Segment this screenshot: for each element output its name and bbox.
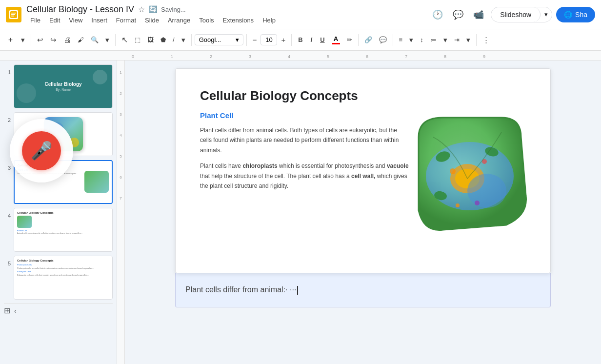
font-dropdown-icon: ▾ xyxy=(236,36,239,43)
toolbar-separator xyxy=(31,34,31,46)
slide-number-5: 5 xyxy=(4,261,11,266)
ruler-mark: 6 xyxy=(366,54,368,59)
app-wrapper: Cellular Biology - Lesson IV ☆ 🔄 Saving.… xyxy=(0,0,601,364)
list-dropdown-button[interactable]: ▾ xyxy=(441,34,450,46)
svg-rect-3 xyxy=(11,16,14,17)
toolbar-separator-7 xyxy=(393,34,393,46)
undo-button[interactable]: ↩ xyxy=(34,34,46,46)
line-dropdown-button[interactable]: ▾ xyxy=(179,34,188,46)
slide-thumb-1[interactable]: Cellular Biology By: Name xyxy=(14,64,113,108)
indent-button[interactable]: ⇥ xyxy=(451,34,462,45)
menu-extensions[interactable]: Extensions xyxy=(219,16,258,25)
add-button[interactable]: ＋ xyxy=(4,33,17,46)
toolbar-separator-8 xyxy=(476,34,477,46)
slide-row-4: 4 Cellular Biology Concepts Animal Cell … xyxy=(4,208,113,252)
line-spacing-button[interactable]: ↕ xyxy=(417,34,426,45)
collapse-panel-button[interactable]: ‹ xyxy=(14,307,17,315)
camera-button[interactable]: 📹 xyxy=(470,6,487,23)
comment-button[interactable]: 💬 xyxy=(450,6,466,23)
slide-number-2: 2 xyxy=(4,117,11,123)
app-icon xyxy=(6,7,21,22)
menu-tools[interactable]: Tools xyxy=(195,16,218,25)
cell-svg xyxy=(404,108,536,240)
link-button[interactable]: 🔗 xyxy=(361,34,375,45)
slideshow-button[interactable]: Slideshow xyxy=(491,7,541,22)
doc-title-area: Cellular Biology - Lesson IV ☆ 🔄 Saving.… xyxy=(26,4,280,25)
font-size-decrease-button[interactable]: − xyxy=(250,34,260,46)
text-color-button[interactable]: A xyxy=(329,33,343,46)
font-name: Googl... xyxy=(199,36,221,43)
slideshow-dropdown-button[interactable]: ▾ xyxy=(541,7,552,22)
microphone-button[interactable]: 🎤 xyxy=(22,131,61,170)
align-dropdown-button[interactable]: ▾ xyxy=(406,34,416,46)
ruler-mark: 0 xyxy=(132,54,134,59)
italic-button[interactable]: I xyxy=(307,34,316,45)
ruler-inner: 0 1 2 3 4 5 6 7 8 9 xyxy=(127,51,601,60)
grid-view-button[interactable]: ⊞ xyxy=(4,306,10,315)
menu-view[interactable]: View xyxy=(65,16,86,25)
menu-file[interactable]: File xyxy=(26,16,44,25)
align-button[interactable]: ≡ xyxy=(396,34,406,45)
shape-button[interactable]: ⬟ xyxy=(158,34,169,45)
share-button[interactable]: 🌐 Sha xyxy=(556,7,595,22)
slide-thumb-5[interactable]: Cellular Biology Concepts Prokaryotic Ce… xyxy=(14,256,113,300)
list-button[interactable]: ≔ xyxy=(427,34,440,45)
ruler-mark: 4 xyxy=(288,54,290,59)
image-button[interactable]: 🖼 xyxy=(144,34,157,45)
ruler: 0 1 2 3 4 5 6 7 8 9 xyxy=(0,51,601,61)
indent-dropdown-button[interactable]: ▾ xyxy=(463,34,473,46)
ruler-mark: 8 xyxy=(444,54,446,59)
svg-point-11 xyxy=(450,168,456,174)
saving-text: Saving... xyxy=(161,6,186,13)
svg-point-13 xyxy=(475,201,480,205)
font-selector[interactable]: Googl... ▾ xyxy=(195,34,243,45)
menu-insert[interactable]: Insert xyxy=(87,16,111,25)
zoom-region-button[interactable]: ⬚ xyxy=(132,34,143,45)
history-button[interactable]: 🕐 xyxy=(429,6,446,23)
font-size-increase-button[interactable]: + xyxy=(278,34,288,46)
bold-button[interactable]: B xyxy=(295,34,306,45)
redo-button[interactable]: ↪ xyxy=(47,34,60,46)
star-icon[interactable]: ☆ xyxy=(138,5,145,14)
svg-point-10 xyxy=(467,174,506,208)
titlebar: Cellular Biology - Lesson IV ☆ 🔄 Saving.… xyxy=(0,0,601,29)
paint-format-button[interactable]: 🖌 xyxy=(75,34,87,45)
slide-number-4: 4 xyxy=(4,213,11,219)
font-size-input[interactable] xyxy=(260,34,277,45)
slide-thumb-4[interactable]: Cellular Biology Concepts Animal Cell An… xyxy=(14,208,113,252)
toolbar-separator-2 xyxy=(115,34,116,46)
menu-bar: File Edit View Insert Format Slide Arran… xyxy=(26,16,280,25)
panel-bottom-bar: ⊞ ‹ xyxy=(4,303,113,317)
svg-rect-1 xyxy=(11,13,16,14)
cursor-tool-button[interactable]: ↖ xyxy=(119,33,131,46)
add-dropdown-button[interactable]: ▾ xyxy=(18,34,28,46)
slide-number-1: 1 xyxy=(4,69,11,75)
menu-edit[interactable]: Edit xyxy=(45,16,64,25)
slide-main[interactable]: Cellular Biology Concepts Plant Cell Pla… xyxy=(175,68,551,273)
speaker-notes-area[interactable]: Plant cells differ from animal:· ··· xyxy=(175,273,551,307)
titlebar-right: 🕐 💬 📹 Slideshow ▾ 🌐 Sha xyxy=(429,6,595,23)
slide-title: Cellular Biology Concepts xyxy=(200,88,526,103)
notes-text: Plant cells differ from animal:· ··· xyxy=(185,285,298,295)
menu-help[interactable]: Help xyxy=(259,16,280,25)
zoom-dropdown-button[interactable]: ▾ xyxy=(102,34,112,46)
zoom-button[interactable]: 🔍 xyxy=(88,34,101,45)
slide5-text2: Eukaryotic cells are cells that contain … xyxy=(17,274,109,276)
slide5-link1: Prokaryotic Cells xyxy=(17,263,109,266)
history-icon[interactable]: 🔄 xyxy=(149,5,157,13)
line-button[interactable]: / xyxy=(170,34,178,45)
menu-format[interactable]: Format xyxy=(112,16,140,25)
underline-button[interactable]: U xyxy=(317,34,328,45)
toolbar: ＋ ▾ ↩ ↪ 🖨 🖌 🔍 ▾ ↖ ⬚ 🖼 ⬟ / ▾ Googl... ▾ −… xyxy=(0,29,601,51)
highlight-button[interactable]: ✏ xyxy=(344,34,355,45)
doc-title[interactable]: Cellular Biology - Lesson IV xyxy=(26,4,134,15)
slide5-title: Cellular Biology Concepts xyxy=(17,259,109,262)
menu-arrange[interactable]: Arrange xyxy=(164,16,194,25)
comment-add-button[interactable]: 💬 xyxy=(376,34,390,45)
slide-number-3: 3 xyxy=(4,165,11,171)
toolbar-separator-4 xyxy=(246,34,247,46)
menu-slide[interactable]: Slide xyxy=(141,16,163,25)
toolbar-separator-6 xyxy=(358,34,359,46)
more-button[interactable]: ⋮ xyxy=(480,34,493,46)
print-button[interactable]: 🖨 xyxy=(60,34,74,46)
